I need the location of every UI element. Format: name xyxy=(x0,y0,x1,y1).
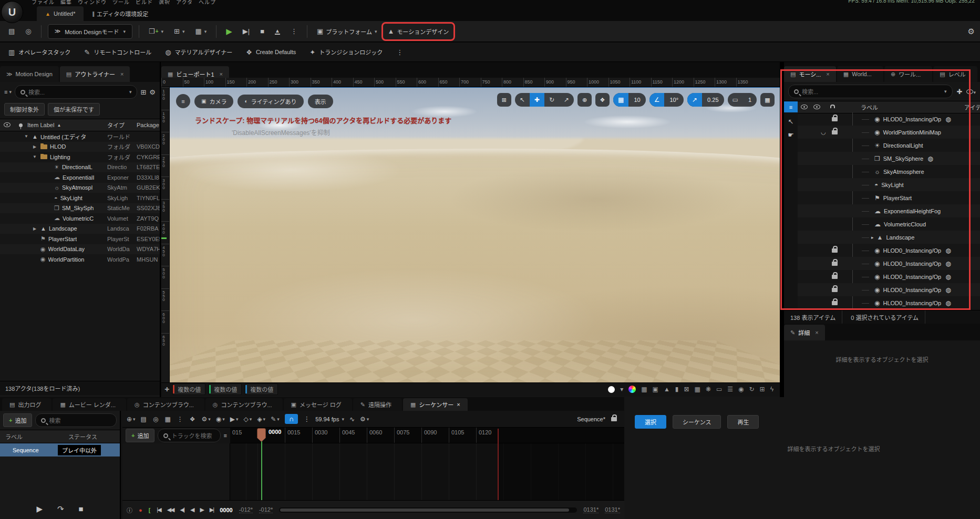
view-range-start-field[interactable]: -012* xyxy=(239,506,253,513)
material-icon[interactable]: ◍ xyxy=(945,260,951,267)
outliner-row[interactable]: ▼ Lighting フォルダ CYKGRE xyxy=(0,152,160,162)
play-forward-button[interactable]: ▶ xyxy=(200,506,203,513)
type-column-header[interactable]: タイプ xyxy=(107,121,137,129)
outliner-row[interactable]: ☼ SkyAtmospl SkyAtm GUB2EK xyxy=(0,183,160,193)
bloom-icon[interactable]: ❋ xyxy=(706,386,711,393)
tab-editor-preferences[interactable]: ||| エディタの環境設定 xyxy=(84,6,157,21)
tab-remote-control[interactable]: ✎ 遠隔操作 xyxy=(353,398,402,411)
playback-options-icon[interactable]: ▶▾ xyxy=(230,416,239,423)
grid-snap-value[interactable]: 10 xyxy=(628,97,645,103)
expander-icon[interactable]: ▶ xyxy=(32,226,38,231)
actor-row[interactable]: ◉ HLOD0_Instancing/Op ◍ xyxy=(798,112,980,126)
right-panel-search-input[interactable]: 検索... ▾ xyxy=(788,85,953,98)
toolbar2-button[interactable]: ◍ マテリアルデザイナー xyxy=(165,48,232,56)
info-icon[interactable]: ⓘ xyxy=(127,506,132,514)
filter-button[interactable]: ≡▾ xyxy=(4,89,12,95)
color-wheel-icon[interactable] xyxy=(628,386,636,393)
filter-badge[interactable]: 制御対象外 xyxy=(4,103,45,116)
add-track-button[interactable]: +追加 xyxy=(126,429,154,442)
outliner-search-input[interactable]: 検索... ▾ xyxy=(15,85,137,99)
toolbar2-button[interactable]: ▥ オペレータスタック xyxy=(8,48,70,56)
sequence-row[interactable]: Sequence プレイ中以外 xyxy=(0,443,120,456)
world-space-button[interactable]: ⊕ xyxy=(577,93,592,107)
play-options-kebab[interactable]: ⋮ xyxy=(287,25,301,37)
expander-icon[interactable]: ▶ xyxy=(32,144,38,149)
toolbar2-button[interactable]: ❖ Create Defaults xyxy=(246,48,296,56)
outliner-row[interactable]: ☁ VolumetricC Volumet ZAYT9Q xyxy=(0,213,160,224)
outliner-row[interactable]: ❒ SM_SkySph StaticMe SS02XJ8 xyxy=(0,203,160,214)
platforms-button[interactable]: ▣ プラットフォーム ▾ xyxy=(314,25,380,38)
outliner-row[interactable]: ▶ HLOD フォルダ VB0XCD xyxy=(0,142,160,152)
item-label-column-header[interactable]: Item Label ▲ xyxy=(27,122,107,128)
scrollbar-thumb[interactable] xyxy=(280,508,569,512)
lock-icon[interactable] xyxy=(832,117,838,121)
layout-icon[interactable]: ▦ xyxy=(641,386,647,393)
render-options-kebab-icon[interactable]: ⋮ xyxy=(177,416,184,423)
actor-row[interactable]: ⚑ PlayerStart xyxy=(798,191,980,204)
jump-button[interactable]: ↷ xyxy=(57,504,64,514)
snapping-options-kebab[interactable]: ⋮ xyxy=(303,415,310,423)
sequence-search-input[interactable]: 検索 xyxy=(35,413,117,427)
visibility-icon[interactable]: ◉ xyxy=(738,386,744,393)
blueprints-button[interactable]: ⊞▾ xyxy=(171,25,188,37)
visibility-column-header[interactable] xyxy=(0,122,14,128)
actor-row[interactable]: ☁ VolumetricCloud xyxy=(798,217,980,231)
game-view-icon[interactable]: ▮ xyxy=(675,386,679,393)
expander-icon[interactable]: ▼ xyxy=(23,134,29,139)
outliner-settings-button[interactable]: ⚙ xyxy=(149,88,156,96)
tab-outliner[interactable]: ▤ アウトライナー × xyxy=(60,66,130,82)
viewport-menu-button[interactable]: ≡ xyxy=(176,94,190,108)
unreal-logo[interactable]: U xyxy=(1,1,23,23)
play-button[interactable]: ▶ xyxy=(223,25,235,38)
camera-dropdown[interactable]: ▣カメラ xyxy=(194,95,233,108)
new-folder-button[interactable]: ⊞ xyxy=(140,88,146,96)
pin-column-header[interactable] xyxy=(14,123,27,127)
motion-design-button[interactable]: ▲ モーションデザイン xyxy=(385,25,452,38)
actor-row[interactable]: ◉ HLOD0_Instancing/Op ◍ xyxy=(798,244,980,257)
outliner-row[interactable]: ◓ SkyLight SkyLigh TIYN0FL xyxy=(0,193,160,203)
render-movie-icon[interactable]: ▦ xyxy=(164,416,171,423)
view-range-end-field[interactable]: 0131* xyxy=(605,506,620,513)
close-icon[interactable]: × xyxy=(826,71,829,77)
tab-message-log[interactable]: ▣ メッセージ ログ xyxy=(284,398,352,411)
select-mode-icon[interactable]: ↖ xyxy=(784,118,798,126)
material-icon[interactable]: ◍ xyxy=(927,155,933,162)
find-in-browser-icon[interactable]: ◎ xyxy=(153,416,159,423)
cinematics-button[interactable]: ▦▾ xyxy=(192,25,210,37)
actor-row[interactable]: ◓ SkyLight xyxy=(798,178,980,191)
create-camera-icon[interactable]: ❖ xyxy=(190,416,197,423)
actor-row[interactable]: ☀ DirectionalLight xyxy=(798,139,980,152)
set-start-bracket[interactable]: [ xyxy=(149,507,151,513)
maximize-viewport-button[interactable]: ▦ xyxy=(760,93,775,107)
close-icon[interactable]: × xyxy=(815,329,818,336)
current-frame-field[interactable]: 0000 xyxy=(220,507,232,513)
outliner-row[interactable]: ◉ WorldPartition WorldPa MHSUN xyxy=(0,254,160,265)
working-range-start-field[interactable]: -012* xyxy=(259,506,273,513)
edit-options-icon[interactable]: ✎▾ xyxy=(271,416,280,423)
settings-gear-button[interactable]: ⚙ xyxy=(968,27,975,36)
auto-key-options-icon[interactable]: ◈▾ xyxy=(257,416,265,423)
lock-icon[interactable] xyxy=(832,288,838,292)
lock-icon[interactable] xyxy=(832,262,838,266)
actor-row[interactable]: ◉ HLOD0_Instancing/Op ◍ xyxy=(798,257,980,270)
capture-region-icon[interactable]: ⊠ xyxy=(684,386,689,393)
step-forward-button[interactable]: ▶| xyxy=(210,506,213,513)
toolbar2-kebab-icon[interactable]: ⋮ xyxy=(396,48,403,56)
lock-icon[interactable] xyxy=(832,301,838,305)
scale-tool-button[interactable]: ↗ xyxy=(559,93,574,107)
outliner-row[interactable]: ☀ DirectionalL Directio LT682TE xyxy=(0,162,160,173)
sequence-breadcrumb[interactable]: Sequence* xyxy=(577,416,620,422)
lock-icon[interactable] xyxy=(832,248,838,253)
view-mode-dropdown[interactable]: ◐ライティングあり xyxy=(238,95,303,108)
track-filter-button[interactable]: ≡ xyxy=(224,432,227,439)
grid-snap-button[interactable]: ▦ xyxy=(613,93,628,107)
actor-row[interactable]: ◉ HLOD0_Instancing/Op ◍ xyxy=(798,296,980,309)
timeline-ruler[interactable]: 015 0015 0030 0045 0060 0075 0090 0105 xyxy=(230,428,624,443)
material-icon[interactable]: ◍ xyxy=(945,273,951,281)
camera-speed-value[interactable]: 1 xyxy=(743,97,757,103)
transform-space-button[interactable]: ⊞ xyxy=(497,93,511,107)
close-icon[interactable]: × xyxy=(120,71,123,77)
scale-snap-button[interactable]: ↗ xyxy=(687,93,702,107)
label-column-header[interactable]: ラベル xyxy=(835,103,964,111)
actor-row[interactable]: ❒ SM_SkySphere ◍ xyxy=(798,152,980,165)
